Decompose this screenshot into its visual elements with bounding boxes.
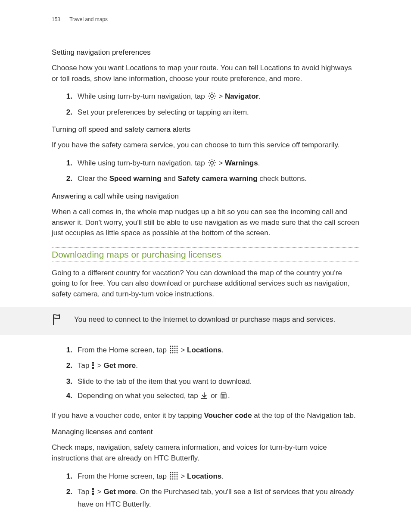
step-number: 2. — [59, 173, 72, 184]
step-number: 1. — [59, 345, 72, 356]
step-number: 1. — [59, 158, 72, 169]
menu-icon — [92, 361, 94, 373]
page-header: 153 Travel and maps — [52, 16, 359, 22]
header-section: Travel and maps — [69, 16, 108, 22]
paragraph: If you have a voucher code, enter it by … — [52, 411, 359, 421]
paragraph: Choose how you want Locations to map you… — [52, 63, 359, 84]
step-item: 4. Depending on what you selected, tap o… — [52, 390, 359, 403]
step-number: 4. — [59, 390, 72, 401]
heading-downloading: Downloading maps or purchasing licenses — [52, 247, 359, 262]
step-item: 1. From the Home screen, tap > Locations… — [52, 471, 359, 483]
heading-nav-prefs: Setting navigation preferences — [52, 48, 359, 57]
menu-icon — [92, 488, 94, 499]
page-number: 153 — [52, 16, 60, 22]
step-item: 2. Clear the Speed warning and Safety ca… — [52, 173, 359, 184]
step-item: 1. While using turn-by-turn navigation, … — [52, 158, 359, 170]
step-item: 2. Set your preferences by selecting or … — [52, 107, 359, 118]
heading-managing: Managing licenses and content — [52, 428, 359, 436]
step-item: 2. Tap > Get more. On the Purchased tab,… — [52, 486, 359, 510]
cart-icon — [220, 392, 227, 403]
heading-answer-call: Answering a call while using navigation — [52, 192, 359, 201]
step-item: 1. While using turn-by-turn navigation, … — [52, 91, 359, 103]
flag-icon — [52, 314, 61, 327]
gear-icon — [208, 92, 216, 103]
step-number: 1. — [59, 91, 72, 102]
step-number: 2. — [59, 360, 72, 371]
note-box: You need to connect to the Internet to d… — [0, 307, 411, 335]
step-item: 2. Tap > Get more. — [52, 360, 359, 373]
paragraph: If you have the safety camera service, y… — [52, 140, 359, 151]
step-item: 1. From the Home screen, tap > Locations… — [52, 345, 359, 357]
note-text: You need to connect to the Internet to d… — [74, 314, 335, 325]
download-icon — [201, 392, 208, 403]
paragraph: Check maps, navigation, safety camera in… — [52, 442, 359, 464]
paragraph: When a call comes in, the whole map nudg… — [52, 207, 359, 239]
apps-grid-icon — [170, 345, 178, 357]
step-item: 3. Slide to the tab of the item that you… — [52, 376, 359, 387]
apps-grid-icon — [170, 472, 178, 483]
step-number: 2. — [59, 486, 72, 498]
step-number: 3. — [59, 376, 72, 387]
step-number: 1. — [59, 471, 72, 482]
document-page: 153 Travel and maps Setting navigation p… — [0, 0, 411, 532]
heading-alerts: Turning off speed and safety camera aler… — [52, 125, 359, 134]
paragraph: Going to a different country for vacatio… — [52, 268, 359, 300]
gear-icon — [208, 159, 216, 170]
step-number: 2. — [59, 107, 72, 118]
